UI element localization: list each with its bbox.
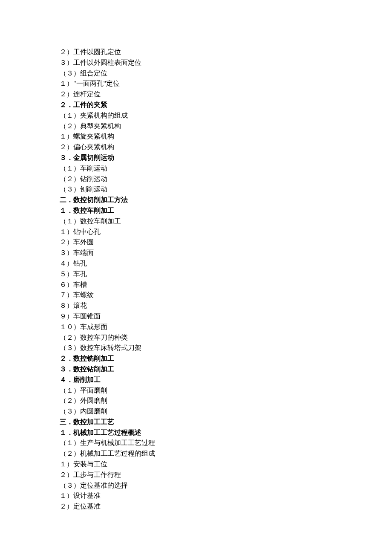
outline-line: （３）数控车床转塔式刀架	[60, 343, 332, 353]
outline-line: ６）车槽	[60, 280, 332, 290]
outline-line: １０）车成形面	[60, 322, 332, 332]
outline-line: ２．工件的夹紧	[60, 100, 332, 110]
outline-line: ２）连杆定位	[60, 89, 332, 100]
outline-line: ３）车端面	[60, 248, 332, 258]
outline-line: ２）定位基准	[60, 501, 332, 512]
outline-line: １．数控车削加工	[60, 205, 332, 216]
outline-line: ７）车螺纹	[60, 290, 332, 301]
outline-line: ２）工步与工作行程	[60, 470, 332, 480]
outline-line: （２）数控车刀的种类	[60, 332, 332, 343]
outline-line: ２）工件以圆孔定位	[60, 47, 332, 58]
outline-line: （１）生产与机械加工工艺过程	[60, 438, 332, 448]
outline-line: ２）偏心夹紧机构	[60, 142, 332, 153]
outline-line: ４．磨削加工	[60, 375, 332, 385]
document-page: ２）工件以圆孔定位３）工件以外圆柱表面定位（３）组合定位１）"一面两孔"定位２）…	[0, 0, 392, 555]
outline-line: ３．金属切削运动	[60, 153, 332, 163]
outline-line: （１）平面磨削	[60, 385, 332, 396]
outline-line: ２．数控铣削加工	[60, 353, 332, 364]
outline-line: ２）车外圆	[60, 237, 332, 248]
outline-line: （２）典型夹紧机构	[60, 121, 332, 132]
outline-line: （３）定位基准的选择	[60, 480, 332, 491]
outline-line: 三．数控加工工艺	[60, 417, 332, 428]
outline-line: １）设计基准	[60, 491, 332, 501]
outline-line: （２）机械加工工艺过程的组成	[60, 448, 332, 459]
outline-line: ３）工件以外圆柱表面定位	[60, 58, 332, 68]
outline-line: （２）外圆磨削	[60, 396, 332, 406]
outline-line: ９）车圆锥面	[60, 311, 332, 322]
outline-line: （３）刨削运动	[60, 184, 332, 195]
outline-line: ５）车孔	[60, 269, 332, 280]
outline-line: ３．数控钻削加工	[60, 364, 332, 375]
outline-line: （１）夹紧机构的组成	[60, 110, 332, 121]
outline-line: （３）组合定位	[60, 68, 332, 79]
outline-line: １）"一面两孔"定位	[60, 78, 332, 89]
outline-content: ２）工件以圆孔定位３）工件以外圆柱表面定位（３）组合定位１）"一面两孔"定位２）…	[60, 47, 332, 512]
outline-line: （３）内圆磨削	[60, 406, 332, 417]
outline-line: （１）数控车削加工	[60, 216, 332, 227]
outline-line: ８）滚花	[60, 301, 332, 311]
outline-line: ４）钻孔	[60, 258, 332, 269]
outline-line: （２）钻削运动	[60, 174, 332, 185]
outline-line: 二．数控切削加工方法	[60, 195, 332, 205]
outline-line: （１）车削运动	[60, 163, 332, 174]
outline-line: １）钻中心孔	[60, 227, 332, 237]
outline-line: １）螺旋夹紧机构	[60, 131, 332, 142]
outline-line: １）安装与工位	[60, 459, 332, 470]
outline-line: １．机械加工工艺过程概述	[60, 428, 332, 438]
